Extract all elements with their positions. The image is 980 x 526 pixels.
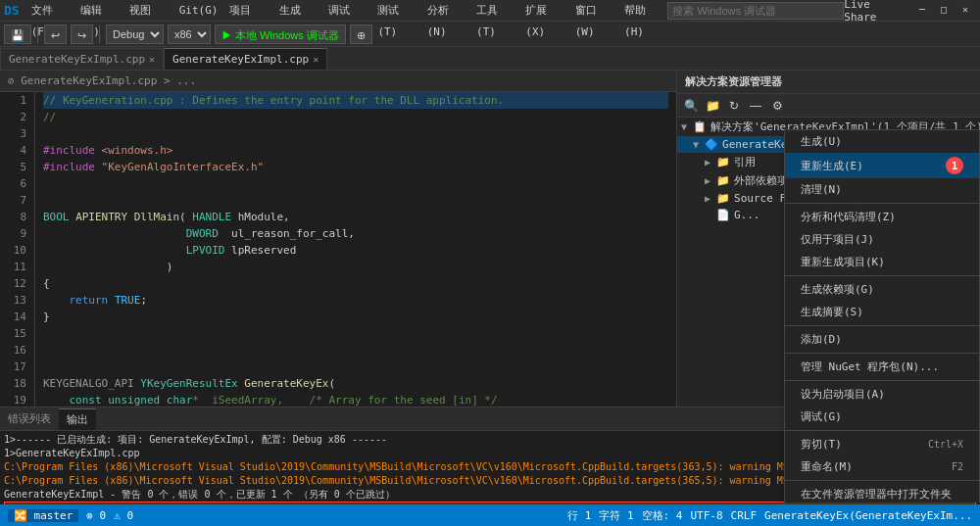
panel-search-btn[interactable]: 🔍	[681, 97, 701, 115]
code-line: BOOL APIENTRY DllMain( HANDLE hModule,	[43, 209, 668, 225]
ctx-summary-label: 生成摘要(S)	[801, 305, 863, 319]
ref-label: 引用	[734, 155, 756, 169]
menu-view[interactable]: 视图(V)	[123, 0, 172, 22]
status-bar: 🔀 master ⊗ 0 ⚠ 0 行 1 字符 1 空格: 4 UTF-8 CR…	[0, 504, 980, 526]
ext-label: 外部依赖项	[734, 173, 788, 188]
ctx-open-folder[interactable]: 在文件资源管理器中打开文件夹(X)	[785, 483, 979, 502]
menu-file[interactable]: 文件(F)	[25, 0, 74, 22]
ref-icon: 📁	[716, 156, 730, 168]
solution-explorer-header: 解决方案资源管理器	[677, 71, 980, 94]
menu-bar: DS 文件(F) 编辑(E) 视图(V) Git(G) 项目(P) 生成(B) …	[0, 0, 980, 22]
menu-project[interactable]: 项目(P)	[223, 0, 272, 22]
ctx-sep-6	[785, 430, 979, 431]
ctx-rename[interactable]: 重命名(M) F2	[785, 455, 979, 478]
start-btn[interactable]: ▶ 本地 Windows 调试器	[215, 24, 346, 44]
toolbar-redo-btn[interactable]: ↪	[71, 24, 93, 44]
platform-select[interactable]: x86	[168, 24, 211, 44]
ctx-build[interactable]: 生成(U)	[785, 130, 979, 153]
menu-extensions[interactable]: 扩展(X)	[519, 0, 568, 22]
src-expand-icon: ▶	[705, 193, 710, 204]
ctx-rebuild-label: 重新生成(E)	[801, 159, 863, 173]
ctx-debug-label: 调试(G)	[801, 409, 842, 424]
tab-error-list[interactable]: 错误列表	[0, 408, 59, 430]
menu-build[interactable]: 生成(B)	[273, 0, 322, 22]
code-line	[43, 175, 668, 192]
ctx-debug[interactable]: 调试(G)	[785, 406, 979, 428]
panel-settings-btn[interactable]: ⚙	[767, 97, 787, 115]
ctx-sep-5	[785, 380, 979, 381]
breadcrumb-text: ⊘ GenerateKeyExImpl.cpp > ...	[8, 74, 196, 87]
rename-shortcut: F2	[952, 461, 963, 472]
code-line: {	[43, 275, 668, 292]
menu-analyze[interactable]: 分析(N)	[421, 0, 470, 22]
close-button[interactable]: ✕	[962, 4, 976, 18]
ctx-analyze[interactable]: 分析和代码清理(Z)	[785, 206, 979, 228]
ctx-startup-label: 设为启动项目(A)	[801, 387, 885, 402]
file-icon: 📄	[716, 209, 730, 221]
config-select[interactable]: Debug	[106, 24, 164, 44]
code-line	[43, 342, 668, 359]
status-warnings[interactable]: ⚠ 0	[114, 509, 133, 522]
ext-icon: 📁	[716, 174, 730, 187]
ctx-sep-4	[785, 353, 979, 354]
ctx-clean[interactable]: 清理(N)	[785, 178, 979, 201]
panel-collapse-btn[interactable]: —	[746, 97, 765, 115]
ctx-startup[interactable]: 设为启动项目(A)	[785, 383, 979, 406]
toolbar-save-btn[interactable]: 💾	[4, 24, 31, 44]
menu-edit[interactable]: 编辑(E)	[74, 0, 123, 22]
solution-icon: 📋	[693, 120, 707, 133]
ctx-project-only-label: 仅用于项目(J)	[801, 232, 874, 247]
ctx-rebuild[interactable]: 重新生成(E) 1	[785, 153, 979, 178]
code-line: //	[43, 109, 668, 125]
expand-icon: ▼	[681, 121, 687, 132]
code-line: // KeyGeneration.cpp : Defines the entry…	[43, 92, 668, 109]
menu-test[interactable]: 测试(T)	[371, 0, 420, 22]
status-errors[interactable]: ⊗ 0	[86, 509, 106, 522]
menu-window[interactable]: 窗口(W)	[569, 0, 618, 22]
tab-filename-active: GenerateKeyExImpl.cpp	[172, 49, 309, 71]
tab-output[interactable]: 输出	[59, 408, 96, 430]
ctx-sep-2	[785, 275, 979, 276]
minimize-button[interactable]: ─	[919, 4, 933, 18]
panel-folder-btn[interactable]: 📁	[703, 97, 722, 115]
file-label: G...	[734, 209, 760, 221]
ctx-deps[interactable]: 生成依赖项(G)	[785, 278, 979, 301]
ctx-sep-3	[785, 325, 979, 326]
app-icon: DS	[4, 3, 20, 18]
ctx-add-label: 添加(D)	[801, 332, 842, 347]
status-row: 行 1	[567, 508, 591, 523]
ctx-summary[interactable]: 生成摘要(S)	[785, 301, 979, 323]
menu-debug[interactable]: 调试(D)	[322, 0, 371, 22]
menu-help[interactable]: 帮助(H)	[618, 0, 667, 22]
status-branch: 🔀 master	[8, 509, 78, 522]
close-icon[interactable]: ✕	[149, 49, 155, 71]
search-input[interactable]	[667, 2, 844, 20]
code-line	[43, 192, 668, 209]
ctx-sep-7	[785, 480, 979, 481]
maximize-button[interactable]: □	[941, 4, 955, 18]
src-icon: 📁	[716, 192, 730, 205]
tab-file1[interactable]: GenerateKeyExImpl.cpp ✕	[0, 48, 164, 70]
ctx-project-only[interactable]: 仅用于项目(J)	[785, 228, 979, 251]
ctx-rebuild-project[interactable]: 重新生成项目(K)	[785, 251, 979, 273]
annotation-badge-1: 1	[946, 157, 963, 174]
tab-file2-active[interactable]: GenerateKeyExImpl.cpp ✕	[164, 48, 327, 70]
toolbar-sep-1	[37, 25, 38, 43]
ctx-nuget[interactable]: 管理 NuGet 程序包(N)...	[785, 356, 979, 378]
ctx-add[interactable]: 添加(D)	[785, 328, 979, 351]
step-btn[interactable]: ⊕	[350, 24, 372, 44]
ctx-build-label: 生成(U)	[801, 134, 842, 149]
panel-refresh-btn[interactable]: ↻	[724, 97, 744, 115]
code-line	[43, 325, 668, 342]
live-share-label: Live Share	[844, 0, 904, 24]
close-active-icon[interactable]: ✕	[313, 49, 318, 71]
status-col: 字符 1	[599, 508, 633, 523]
menu-tools[interactable]: 工具(T)	[470, 0, 519, 22]
toolbar-undo-btn[interactable]: ↩	[44, 24, 67, 44]
ctx-cut[interactable]: 剪切(T) Ctrl+X	[785, 433, 979, 455]
code-line: LPVOID lpReserved	[43, 242, 668, 259]
menu-git[interactable]: Git(G)	[173, 0, 224, 22]
status-filename: GenerateKeyEx(GenerateKeyExIm...	[764, 509, 972, 522]
tab-bar: GenerateKeyExImpl.cpp ✕ GenerateKeyExImp…	[0, 47, 980, 71]
code-line: return TRUE;	[43, 292, 668, 309]
